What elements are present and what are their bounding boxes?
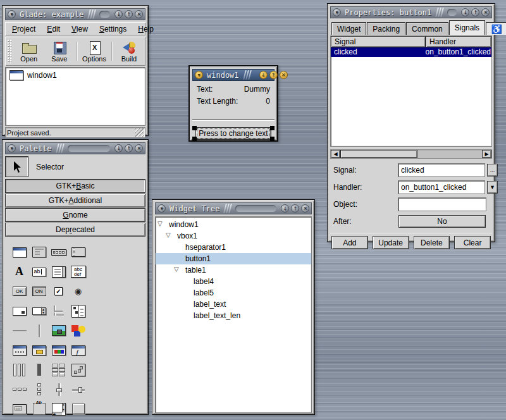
expander-icon[interactable]: ▽ [157, 220, 163, 227]
scroll-right-button[interactable]: ▶ [482, 150, 491, 158]
tree-node-label_text[interactable]: label_text [156, 299, 311, 310]
maximize-button[interactable]: ↑ [125, 144, 133, 152]
maximize-button[interactable]: ↑ [269, 71, 278, 79]
column-header-signal[interactable]: Signal [331, 36, 426, 47]
close-button[interactable]: ✕ [135, 144, 143, 152]
palette-widget-drawing-area-icon[interactable] [68, 321, 88, 340]
palette-widget-window-icon[interactable] [9, 242, 29, 262]
close-button[interactable]: ✕ [135, 10, 143, 18]
close-button[interactable]: ✕ [280, 71, 288, 79]
column-header-handler[interactable]: Handler [426, 36, 491, 47]
maximize-button[interactable]: ↑ [291, 204, 299, 213]
properties-titlebar[interactable]: ▾ Properties: button1 ↓ ↑ ✕ [330, 6, 492, 18]
tree-node-window1[interactable]: ▽ window1 [156, 219, 311, 230]
palette-category-gtk-basic[interactable]: GTK+ Basic [5, 179, 145, 193]
palette-widget-toolbar-icon[interactable] [49, 242, 68, 262]
palette-category-gnome[interactable]: Gnome [5, 208, 145, 222]
palette-widget-dialog-icon[interactable] [9, 340, 29, 360]
palette-widget-entry-icon[interactable]: ab [29, 262, 49, 281]
signal-browse-button[interactable]: ... [487, 164, 498, 176]
palette-widget-scrolled-window-icon[interactable]: ▲▼ ◀▶ [49, 399, 68, 419]
palette-widget-font-selection-icon[interactable]: f [68, 340, 88, 360]
scrollbar-track[interactable] [417, 150, 482, 158]
palette-widget-handle-box-icon[interactable] [68, 242, 88, 262]
tab-packing[interactable]: Packing [367, 22, 405, 35]
expander-icon[interactable]: ▽ [174, 266, 179, 273]
window-menu-button[interactable]: ▾ [8, 144, 16, 152]
palette-widget-file-selection-icon[interactable] [29, 340, 49, 360]
tab-accessibility[interactable]: ♿ [486, 22, 506, 35]
menu-help[interactable]: Help [132, 23, 159, 35]
toolbar-grip[interactable] [7, 39, 11, 63]
palette-widget-label-icon[interactable]: A [9, 262, 29, 281]
palette-widget-viewport-icon[interactable] [68, 399, 88, 419]
horizontal-scrollbar[interactable]: ◀ ▶ [330, 149, 492, 159]
button1-press-to-change-text[interactable]: Press to change text [195, 127, 271, 140]
project-window-list[interactable]: window1 [5, 67, 145, 126]
build-button[interactable]: Build [114, 38, 144, 65]
resize-grip[interactable] [135, 128, 144, 137]
menu-edit[interactable]: Edit [41, 23, 66, 35]
clear-button[interactable]: Clear [454, 236, 491, 249]
minimize-button[interactable]: ↓ [461, 8, 469, 16]
after-toggle-button[interactable]: No [398, 215, 486, 228]
menu-view[interactable]: View [66, 23, 94, 35]
palette-widget-check-button-icon[interactable]: ✓ [49, 281, 68, 301]
palette-widget-text-view-icon[interactable]: abcdef [68, 262, 88, 281]
close-button[interactable]: ✕ [301, 204, 309, 213]
window-menu-button[interactable]: ▾ [195, 71, 203, 79]
palette-widget-vbox-icon[interactable] [29, 360, 49, 380]
palette-widget-fixed-icon[interactable] [68, 360, 88, 380]
open-button[interactable]: Open [14, 38, 44, 65]
palette-widget-radio-button-icon[interactable]: ◉ [68, 281, 88, 301]
close-button[interactable]: ✕ [481, 8, 490, 16]
project-list-item-window1[interactable]: window1 [9, 70, 141, 80]
palette-widget-vbutton-box-icon[interactable] [29, 380, 49, 399]
tab-common[interactable]: Common [406, 22, 448, 35]
palette-widget-toggle-button-icon[interactable]: ON [29, 281, 49, 301]
minimize-button[interactable]: ↓ [281, 204, 289, 213]
palette-titlebar[interactable]: ▾ Palette ↓ ↑ ✕ [5, 142, 145, 154]
tab-widget[interactable]: Widget [331, 22, 366, 35]
palette-category-gtk-additional[interactable]: GTK+ Additional [5, 194, 145, 207]
minimize-button[interactable]: ↓ [114, 144, 123, 152]
handler-input[interactable] [398, 181, 484, 194]
add-button[interactable]: Add [331, 236, 368, 249]
tree-node-hseparator1[interactable]: hseparator1 [156, 242, 311, 253]
expander-icon[interactable]: ▽ [166, 232, 171, 238]
delete-button[interactable]: Delete [414, 236, 450, 249]
tree-node-button1-selected[interactable]: button1 [156, 253, 311, 264]
menu-settings[interactable]: Settings [94, 23, 132, 35]
selector-button[interactable] [5, 156, 28, 177]
palette-widget-vseparator-icon[interactable] [29, 321, 49, 340]
palette-widget-ctree-icon[interactable] [68, 301, 88, 321]
maximize-button[interactable]: ↑ [471, 8, 479, 16]
selection-handle[interactable] [270, 137, 275, 141]
tree-node-vbox1[interactable]: ▽ vbox1 [156, 230, 311, 242]
object-input[interactable] [398, 198, 486, 211]
palette-widget-image-icon[interactable] [49, 321, 68, 340]
window-menu-button[interactable]: ▾ [333, 8, 341, 16]
palette-widget-list-icon[interactable] [49, 301, 68, 321]
palette-widget-menu-bar-icon[interactable] [29, 242, 49, 262]
palette-widget-vscale-icon[interactable] [49, 380, 68, 399]
menu-project[interactable]: Project [6, 23, 41, 35]
palette-widget-combo-list-icon[interactable] [49, 262, 68, 281]
selection-handle[interactable] [192, 137, 197, 141]
palette-widget-button-icon[interactable]: OK [9, 281, 29, 301]
options-button[interactable]: Options [79, 38, 109, 65]
window-menu-button[interactable]: ▾ [8, 10, 16, 18]
palette-widget-statusbar-icon[interactable]: xxx [9, 399, 29, 419]
tab-signals[interactable]: Signals [449, 20, 485, 35]
palette-widget-option-menu-icon[interactable] [9, 301, 29, 321]
palette-widget-hbutton-box-icon[interactable] [9, 380, 29, 399]
widget-tree-area[interactable]: ▽ window1 ▽ vbox1 hseparator1 button1 ▽ … [155, 216, 312, 413]
selection-handle[interactable] [192, 126, 197, 130]
signal-input[interactable] [398, 164, 484, 176]
selection-handle[interactable] [270, 126, 275, 130]
tree-node-label_text_len[interactable]: label_text_len [156, 310, 311, 321]
signal-row-clicked[interactable]: clicked on_button1_clicked [331, 47, 491, 57]
palette-widget-color-selection-icon[interactable] [49, 340, 68, 360]
update-button[interactable]: Update [373, 236, 409, 249]
handler-dropdown-button[interactable]: ▼ [487, 181, 498, 194]
